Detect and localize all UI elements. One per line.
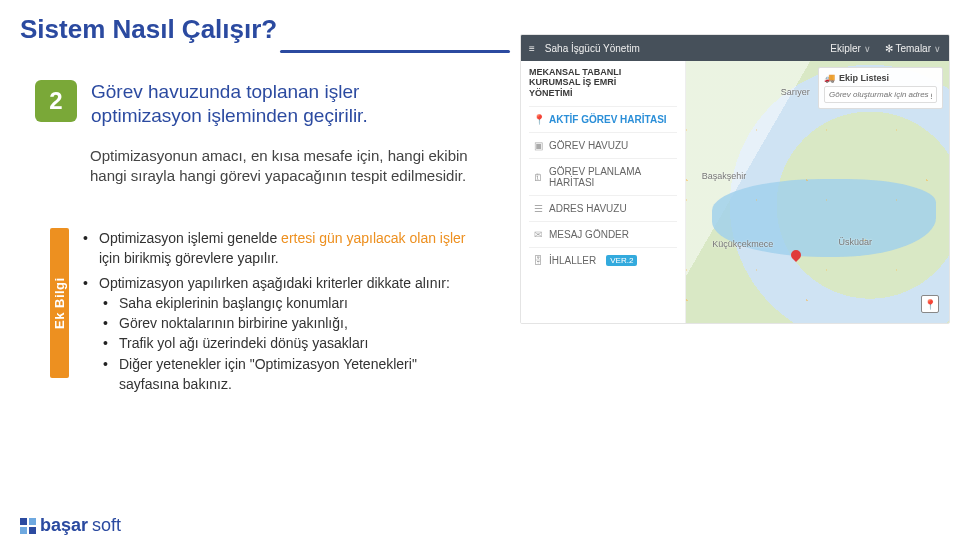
version-badge: VER.2 [606, 255, 637, 266]
step-block: 2 Görev havuzunda toplanan işler optimiz… [35, 80, 485, 128]
sub-bullet-3: Trafik yol ağı üzerindeki dönüş yasaklar… [103, 333, 480, 353]
bullet-1-highlight: ertesi gün yapılacak olan işler [281, 230, 465, 246]
logo-text-b: soft [92, 515, 121, 536]
brand-line-1: MEKANSAL TABANLI [529, 67, 621, 77]
sidebar-item-label: GÖREV PLANLAMA HARİTASI [549, 166, 673, 188]
brand-line-2: KURUMSAL İŞ EMRİ [529, 77, 616, 87]
mail-icon: ✉ [533, 229, 543, 240]
bullet-2: Optimizasyon yapılırken aşağıdaki kriter… [83, 273, 480, 395]
teams-dropdown[interactable]: Ekipler [830, 43, 871, 54]
list-icon: ☰ [533, 203, 543, 214]
sidebar-item-violations[interactable]: 🗄İHLALLERVER.2 [529, 247, 677, 273]
sidebar-item-label: AKTİF GÖREV HARİTASI [549, 114, 667, 125]
pin-icon: 📍 [533, 114, 543, 125]
brand-line-3: YÖNETİMİ [529, 88, 573, 98]
sidebar-item-address-pool[interactable]: ☰ADRES HAVUZU [529, 195, 677, 221]
logo-text-a: başar [40, 515, 88, 536]
sidebar-item-label: MESAJ GÖNDER [549, 229, 629, 240]
map-label-basaksehir: Başakşehir [702, 171, 747, 181]
company-logo: başarsoft [20, 515, 121, 536]
sidebar-item-plan-map[interactable]: 🗓GÖREV PLANLAMA HARİTASI [529, 158, 677, 195]
team-list-panel: 🚚Ekip Listesi [818, 67, 943, 109]
page-title-text: Sistem Nasıl Çalışır? [20, 14, 291, 45]
sidebar-item-label: GÖREV HAVUZU [549, 140, 628, 151]
truck-icon: 🚚 [824, 73, 835, 83]
themes-label: Temalar [895, 43, 931, 54]
extra-info-block: Ek Bilgi Optimizasyon işlemi genelde ert… [50, 228, 480, 398]
team-panel-title: Ekip Listesi [839, 73, 889, 83]
address-search-input[interactable] [824, 86, 937, 103]
app-screenshot: ≡ Saha İşgücü Yönetim Ekipler ✻ Temalar … [520, 34, 950, 324]
bullet-1-post: için birikmiş görevlere yapılır. [99, 250, 279, 266]
step-line-2: optimizasyon işleminden geçirilir. [91, 105, 368, 126]
sidebar-item-label: ADRES HAVUZU [549, 203, 627, 214]
logo-icon [20, 518, 36, 534]
step-number: 2 [35, 80, 77, 122]
sidebar-item-send-message[interactable]: ✉MESAJ GÖNDER [529, 221, 677, 247]
bullet-2-text: Optimizasyon yapılırken aşağıdaki kriter… [99, 275, 450, 291]
page-title: Sistem Nasıl Çalışır? [20, 14, 291, 45]
bullet-1-pre: Optimizasyon işlemi genelde [99, 230, 281, 246]
title-underline [280, 50, 510, 53]
app-topbar: ≡ Saha İşgücü Yönetim Ekipler ✻ Temalar [521, 35, 949, 61]
extra-info-tag: Ek Bilgi [50, 228, 69, 378]
hamburger-icon[interactable]: ≡ [529, 43, 535, 54]
sub-bullet-2: Görev noktalarının birbirine yakınlığı, [103, 313, 480, 333]
step-heading: Görev havuzunda toplanan işler optimizas… [91, 80, 368, 128]
app-brand: Saha İşgücü Yönetim [545, 43, 640, 54]
sidebar-brand: MEKANSAL TABANLI KURUMSAL İŞ EMRİ YÖNETİ… [529, 67, 677, 98]
sidebar-item-task-pool[interactable]: ▣GÖREV HAVUZU [529, 132, 677, 158]
app-sidebar: MEKANSAL TABANLI KURUMSAL İŞ EMRİ YÖNETİ… [521, 61, 686, 323]
map-label-kucukcekmece: Küçükçekmece [712, 239, 773, 249]
step-line-1: Görev havuzunda toplanan işler [91, 81, 359, 102]
map-canvas[interactable]: Sarıyer Beykoz Başakşehir Küçükçekmece Ü… [686, 61, 949, 323]
themes-dropdown[interactable]: ✻ Temalar [885, 43, 941, 54]
sub-bullet-1: Saha ekiplerinin başlangıç konumları [103, 293, 480, 313]
sub-bullet-4: Diğer yetenekler için "Optimizasyon Yete… [103, 354, 480, 395]
calendar-icon: 🗓 [533, 172, 543, 183]
teams-label: Ekipler [830, 43, 861, 54]
map-label-uskudar: Üsküdar [839, 237, 873, 247]
extra-info-list: Optimizasyon işlemi genelde ertesi gün y… [83, 228, 480, 398]
intro-paragraph: Optimizasyonun amacı, en kısa mesafe içi… [90, 146, 490, 187]
sidebar-item-label: İHLALLER [549, 255, 596, 266]
bullet-1: Optimizasyon işlemi genelde ertesi gün y… [83, 228, 480, 269]
briefcase-icon: 🗄 [533, 255, 543, 266]
layers-icon: ▣ [533, 140, 543, 151]
map-label-sariyer: Sarıyer [781, 87, 810, 97]
gear-icon: ✻ [885, 43, 893, 54]
sidebar-item-active-map[interactable]: 📍AKTİF GÖREV HARİTASI [529, 106, 677, 132]
map-marker-button[interactable]: 📍 [921, 295, 939, 313]
